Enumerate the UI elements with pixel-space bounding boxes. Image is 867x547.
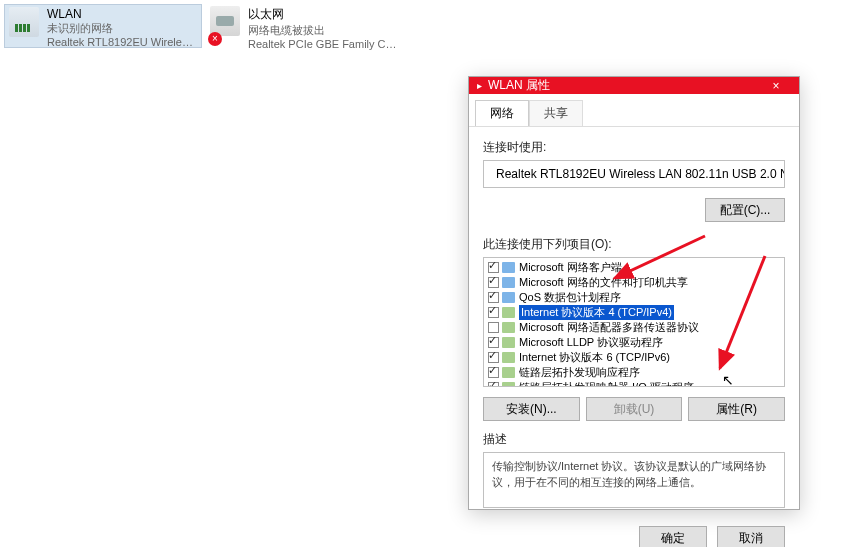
protocol-icon xyxy=(502,262,515,273)
adapter-title: WLAN xyxy=(47,7,197,21)
description-text: 传输控制协议/Internet 协议。该协议是默认的广域网络协议，用于在不同的相… xyxy=(483,452,785,508)
protocol-icon xyxy=(502,292,515,303)
uninstall-button[interactable]: 卸载(U) xyxy=(586,397,683,421)
list-item[interactable]: 链路层拓扑发现映射器 I/O 驱动程序 xyxy=(486,380,782,387)
list-item[interactable]: Microsoft 网络的文件和打印机共享 xyxy=(486,275,782,290)
adapter-title: 以太网 xyxy=(248,6,400,23)
cancel-button[interactable]: 取消 xyxy=(717,526,785,547)
list-item[interactable]: 链路层拓扑发现响应程序 xyxy=(486,365,782,380)
adapter-device: Realtek RTL8192EU Wireless L... xyxy=(47,36,197,48)
protocol-icon xyxy=(502,322,515,333)
protocol-icon xyxy=(502,382,515,387)
protocol-icon xyxy=(502,277,515,288)
tab-share[interactable]: 共享 xyxy=(529,100,583,126)
properties-button[interactable]: 属性(R) xyxy=(688,397,785,421)
list-item[interactable]: Microsoft 网络客户端 xyxy=(486,260,782,275)
adapter-status: 未识别的网络 xyxy=(47,21,197,36)
list-item[interactable]: Internet 协议版本 6 (TCP/IPv6) xyxy=(486,350,782,365)
connection-items-list[interactable]: Microsoft 网络客户端Microsoft 网络的文件和打印机共享QoS … xyxy=(483,257,785,387)
items-label: 此连接使用下列项目(O): xyxy=(483,236,785,253)
connect-device-name: Realtek RTL8192EU Wireless LAN 802.11n U… xyxy=(496,167,785,181)
adapter-device: Realtek PCIe GBE Family Contr... xyxy=(248,38,400,50)
list-item[interactable]: QoS 数据包计划程序 xyxy=(486,290,782,305)
list-item[interactable]: Microsoft 网络适配器多路传送器协议 xyxy=(486,320,782,335)
protocol-icon xyxy=(502,352,515,363)
checkbox[interactable] xyxy=(488,337,499,348)
wlan-properties-dialog: ▸ WLAN 属性 × 网络 共享 连接时使用: Realtek RTL8192… xyxy=(468,76,800,510)
list-item-label: Microsoft LLDP 协议驱动程序 xyxy=(519,335,663,350)
protocol-icon xyxy=(502,337,515,348)
checkbox[interactable] xyxy=(488,382,499,387)
checkbox[interactable] xyxy=(488,277,499,288)
description-label: 描述 xyxy=(483,431,785,448)
adapter-status: 网络电缆被拔出 xyxy=(248,23,400,38)
list-item-label: Microsoft 网络的文件和打印机共享 xyxy=(519,275,688,290)
list-item[interactable]: Internet 协议版本 4 (TCP/IPv4) xyxy=(486,305,782,320)
list-item[interactable]: Microsoft LLDP 协议驱动程序 xyxy=(486,335,782,350)
disconnected-icon: × xyxy=(208,32,222,46)
checkbox[interactable] xyxy=(488,292,499,303)
checkbox[interactable] xyxy=(488,262,499,273)
ok-button[interactable]: 确定 xyxy=(639,526,707,547)
connect-device-box: Realtek RTL8192EU Wireless LAN 802.11n U… xyxy=(483,160,785,188)
close-icon[interactable]: × xyxy=(761,79,791,93)
network-adapter-ethernet[interactable]: × 以太网 网络电缆被拔出 Realtek PCIe GBE Family Co… xyxy=(206,4,404,48)
titlebar-icon: ▸ xyxy=(477,80,482,91)
list-item-label: QoS 数据包计划程序 xyxy=(519,290,621,305)
checkbox[interactable] xyxy=(488,322,499,333)
list-item-label: Microsoft 网络适配器多路传送器协议 xyxy=(519,320,699,335)
list-item-label: 链路层拓扑发现响应程序 xyxy=(519,365,640,380)
ethernet-icon: × xyxy=(210,6,244,44)
dialog-tabs: 网络 共享 xyxy=(469,94,799,127)
checkbox[interactable] xyxy=(488,352,499,363)
connect-using-label: 连接时使用: xyxy=(483,139,785,156)
protocol-icon xyxy=(502,307,515,318)
checkbox[interactable] xyxy=(488,307,499,318)
network-adapter-wlan[interactable]: WLAN 未识别的网络 Realtek RTL8192EU Wireless L… xyxy=(4,4,202,48)
dialog-title: WLAN 属性 xyxy=(488,77,761,94)
list-item-label: 链路层拓扑发现映射器 I/O 驱动程序 xyxy=(519,380,694,387)
network-adapter-list: WLAN 未识别的网络 Realtek RTL8192EU Wireless L… xyxy=(0,0,867,52)
tab-network[interactable]: 网络 xyxy=(475,100,529,126)
list-item-label: Microsoft 网络客户端 xyxy=(519,260,622,275)
list-item-label: Internet 协议版本 6 (TCP/IPv6) xyxy=(519,350,670,365)
dialog-titlebar[interactable]: ▸ WLAN 属性 × xyxy=(469,77,799,94)
wifi-icon xyxy=(9,7,43,45)
configure-button[interactable]: 配置(C)... xyxy=(705,198,785,222)
install-button[interactable]: 安装(N)... xyxy=(483,397,580,421)
checkbox[interactable] xyxy=(488,367,499,378)
protocol-icon xyxy=(502,367,515,378)
list-item-label: Internet 协议版本 4 (TCP/IPv4) xyxy=(519,305,674,320)
